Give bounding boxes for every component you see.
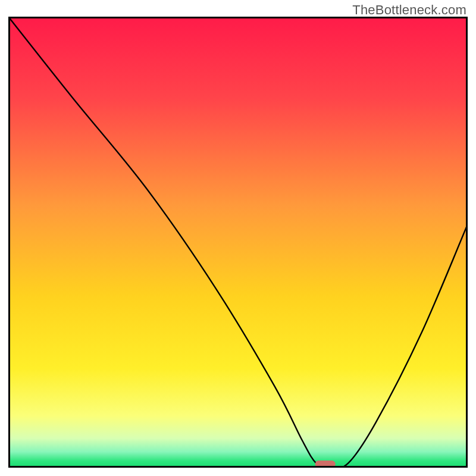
bottleneck-chart — [8, 17, 468, 468]
chart-frame — [8, 17, 468, 468]
chart-background — [8, 17, 468, 468]
watermark-text: TheBottleneck.com — [352, 2, 466, 18]
